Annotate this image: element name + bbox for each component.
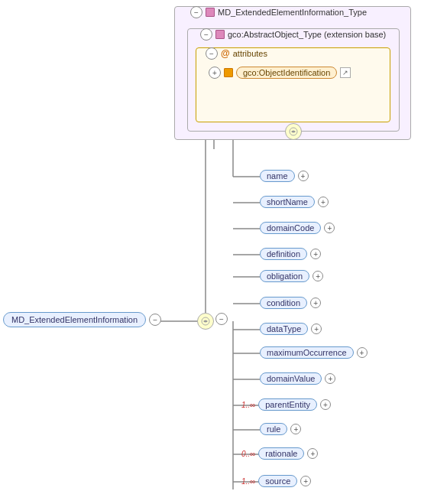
field-domaincode-expand[interactable]: + <box>324 223 335 233</box>
field-datatype-expand[interactable]: + <box>311 324 322 334</box>
field-maxoccurrence-expand[interactable]: + <box>357 347 368 358</box>
main-entity-label: MD_ExtendedElementInformation <box>3 312 146 327</box>
field-maxoccurrence-pill[interactable]: maximumOccurrence <box>260 346 354 359</box>
field-rule-expand[interactable]: + <box>290 424 301 434</box>
center-connector[interactable] <box>197 313 214 330</box>
field-parententity-expand[interactable]: + <box>320 399 331 410</box>
object-id-icon <box>224 68 233 77</box>
field-parententity-row: 1..∞ parentEntity + <box>241 398 331 411</box>
main-entity-node: MD_ExtendedElementInformation − <box>3 312 161 327</box>
field-shortname-pill[interactable]: shortName <box>260 196 315 208</box>
field-rationale-expand[interactable]: + <box>307 448 318 459</box>
field-parententity-pill[interactable]: parentEntity <box>258 398 317 411</box>
field-rationale-row: 0..∞ rationale + <box>241 447 318 460</box>
attributes-title-row: − @ attributes <box>206 47 267 60</box>
rationale-multiplicity: 0..∞ <box>241 450 255 458</box>
at-icon: @ <box>221 48 230 59</box>
main-type-box: − MD_ExtendedElementInformation_Type − g… <box>174 6 411 140</box>
field-maxoccurrence-row: maximumOccurrence + <box>260 346 368 359</box>
parententity-multiplicity: 1..∞ <box>241 401 255 409</box>
field-definition-expand[interactable]: + <box>310 249 321 259</box>
field-name-expand[interactable]: + <box>298 171 309 181</box>
main-type-label: MD_ExtendedElementInformation_Type <box>218 8 367 17</box>
field-name-pill[interactable]: name <box>260 170 295 182</box>
object-id-pill[interactable]: gco:ObjectIdentification <box>236 67 337 79</box>
field-rationale-pill[interactable]: rationale <box>258 447 304 460</box>
field-shortname-row: shortName + <box>260 196 329 208</box>
attributes-box: − @ attributes + gco:ObjectIdentificatio… <box>196 47 390 122</box>
field-obligation-row: obligation + <box>260 270 323 282</box>
field-name-row: name + <box>260 170 309 182</box>
object-id-expand-btn[interactable]: + <box>209 67 221 79</box>
field-condition-row: condition + <box>260 297 321 309</box>
attributes-collapse-btn[interactable]: − <box>206 47 218 60</box>
field-rule-pill[interactable]: rule <box>260 423 287 435</box>
field-source-expand[interactable]: + <box>300 476 311 486</box>
main-type-collapse-btn[interactable]: − <box>190 6 202 18</box>
source-multiplicity: 1..∞ <box>241 477 255 486</box>
inner-type-box: − gco:AbstractObject_Type (extension bas… <box>187 28 400 132</box>
field-domainvalue-row: domainValue + <box>260 372 335 385</box>
field-source-pill[interactable]: source <box>258 475 297 487</box>
field-datatype-pill[interactable]: dataType <box>260 323 308 335</box>
field-domainvalue-expand[interactable]: + <box>325 373 335 384</box>
main-type-title-row: − MD_ExtendedElementInformation_Type <box>190 6 367 18</box>
inner-type-label: gco:AbstractObject_Type (extension base) <box>228 30 386 39</box>
object-id-row: + gco:ObjectIdentification ↗ <box>209 67 351 79</box>
main-type-icon <box>206 8 215 17</box>
field-source-row: 1..∞ source + <box>241 475 311 487</box>
field-rule-row: rule + <box>260 423 301 435</box>
field-obligation-expand[interactable]: + <box>313 271 323 281</box>
field-condition-expand[interactable]: + <box>310 298 321 308</box>
field-domaincode-pill[interactable]: domainCode <box>260 222 321 234</box>
field-definition-row: definition + <box>260 248 321 260</box>
field-shortname-expand[interactable]: + <box>318 197 329 207</box>
main-entity-collapse-btn[interactable]: − <box>149 314 161 326</box>
diagram-container: − MD_ExtendedElementInformation_Type − g… <box>0 0 421 504</box>
field-definition-pill[interactable]: definition <box>260 248 307 260</box>
attributes-label: attributes <box>233 49 267 58</box>
inner-type-collapse-btn[interactable]: − <box>200 28 212 41</box>
field-obligation-pill[interactable]: obligation <box>260 270 309 282</box>
field-condition-pill[interactable]: condition <box>260 297 307 309</box>
field-domaincode-row: domainCode + <box>260 222 335 234</box>
field-domainvalue-pill[interactable]: domainValue <box>260 372 322 385</box>
inner-type-title-row: − gco:AbstractObject_Type (extension bas… <box>200 28 386 41</box>
field-datatype-row: dataType + <box>260 323 322 335</box>
inner-bottom-connector[interactable] <box>285 123 302 140</box>
center-connector-collapse[interactable]: − <box>215 313 228 325</box>
inner-type-icon <box>215 30 225 39</box>
object-id-nav-icon[interactable]: ↗ <box>340 67 351 78</box>
